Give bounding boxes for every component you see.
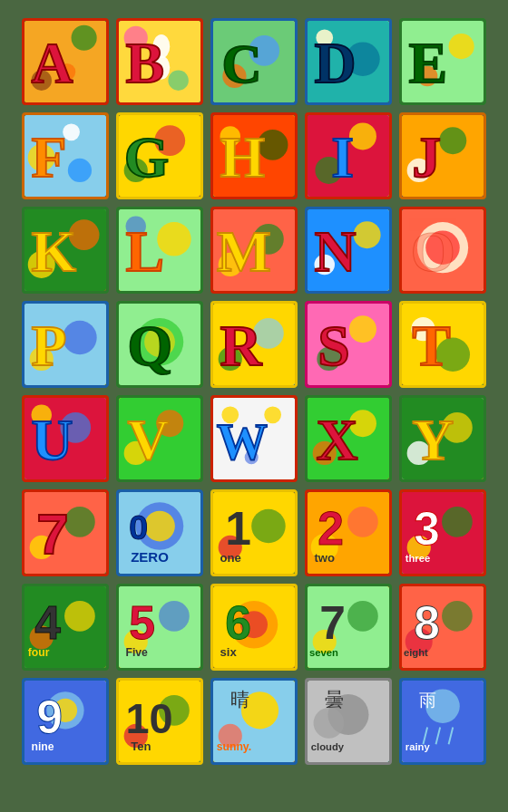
svg-text:seven: seven (309, 647, 338, 658)
svg-text:10: 10 (126, 695, 173, 742)
svg-text:K: K (32, 219, 77, 284)
sticker-3-three[interactable]: 3 three (399, 489, 486, 576)
svg-text:W: W (217, 414, 268, 470)
svg-point-7 (168, 70, 189, 91)
sticker-1-one[interactable]: 1 one (210, 489, 298, 576)
sticker-7-plain[interactable]: 7 (22, 489, 109, 576)
svg-text:0: 0 (129, 508, 148, 546)
svg-text:7: 7 (36, 501, 68, 566)
svg-text:6: 6 (225, 596, 251, 649)
svg-point-135 (159, 601, 190, 632)
svg-point-41 (439, 127, 466, 154)
svg-text:S: S (318, 314, 349, 378)
svg-point-150 (442, 601, 473, 632)
svg-text:six: six (220, 645, 238, 659)
sticker-Y[interactable]: Y (399, 395, 486, 482)
sticker-2-two[interactable]: 2 two (305, 489, 392, 576)
sticker-B[interactable]: B (116, 18, 203, 105)
svg-point-57 (354, 221, 381, 248)
svg-text:M: M (217, 219, 271, 284)
svg-text:sunny.: sunny. (217, 740, 251, 753)
svg-point-20 (449, 34, 474, 59)
svg-text:A: A (32, 31, 73, 95)
svg-text:3: 3 (414, 502, 440, 555)
sticker-X[interactable]: X (305, 395, 392, 482)
svg-text:B: B (126, 31, 165, 95)
svg-point-120 (347, 507, 378, 537)
svg-text:one: one (220, 551, 241, 565)
sticker-5-five[interactable]: 5 Five (116, 584, 203, 671)
svg-text:7: 7 (319, 596, 346, 649)
svg-text:nine: nine (32, 740, 54, 753)
sticker-O[interactable]: O (399, 207, 486, 294)
svg-text:4: 4 (34, 596, 61, 649)
sticker-Q[interactable]: Q (116, 301, 203, 388)
sticker-8-eight[interactable]: 8 eight (399, 584, 486, 671)
svg-text:Ten: Ten (131, 740, 151, 753)
svg-text:E: E (409, 31, 448, 95)
sticker-I[interactable]: I (305, 112, 392, 199)
svg-text:U: U (32, 408, 73, 472)
svg-text:G: G (124, 125, 170, 189)
svg-point-65 (63, 321, 97, 355)
svg-text:N: N (315, 219, 357, 284)
sticker-rainy[interactable]: 雨 rainy (399, 678, 486, 765)
svg-text:I: I (331, 125, 354, 189)
svg-point-130 (64, 601, 95, 632)
sticker-S[interactable]: S (305, 301, 392, 388)
sticker-F[interactable]: F (22, 112, 109, 199)
sticker-9-nine[interactable]: 9 nine (22, 678, 109, 765)
svg-text:O: O (410, 219, 455, 284)
svg-point-125 (442, 507, 473, 537)
sticker-A[interactable]: A (22, 18, 109, 105)
sticker-4-four[interactable]: 4 four (22, 584, 109, 671)
sticker-V[interactable]: V (116, 395, 203, 482)
svg-text:two: two (315, 551, 336, 565)
sticker-0-zero[interactable]: 0 ZERO (116, 489, 203, 576)
svg-point-106 (64, 507, 95, 537)
svg-point-25 (68, 159, 92, 182)
sticker-W[interactable]: W (210, 395, 298, 482)
svg-point-111 (144, 511, 175, 542)
svg-text:H: H (220, 125, 266, 189)
svg-text:three: three (405, 553, 431, 564)
svg-text:T: T (412, 314, 451, 378)
sticker-6-six[interactable]: 6 six (210, 584, 298, 671)
sticker-H[interactable]: H (210, 112, 298, 199)
svg-text:雨: 雨 (419, 691, 436, 710)
svg-text:V: V (127, 408, 169, 472)
sticker-T[interactable]: T (399, 301, 486, 388)
svg-text:X: X (316, 408, 357, 472)
sticker-10-ten[interactable]: 10 Ten (116, 678, 203, 765)
svg-text:four: four (28, 646, 50, 659)
svg-text:F: F (32, 125, 67, 189)
svg-text:C: C (221, 34, 261, 94)
sticker-P[interactable]: P (22, 301, 109, 388)
svg-point-115 (251, 509, 286, 544)
svg-point-145 (347, 601, 378, 632)
svg-text:D: D (315, 31, 357, 95)
sticker-sunny[interactable]: sunny. 晴 (210, 678, 298, 765)
sticker-L[interactable]: L (116, 207, 203, 294)
sticker-D[interactable]: D (305, 18, 392, 105)
svg-text:P: P (32, 314, 67, 378)
sticker-J[interactable]: J (399, 112, 486, 199)
sticker-cloudy[interactable]: 曇 cloudy (305, 678, 392, 765)
sticker-N[interactable]: N (305, 207, 392, 294)
svg-text:J: J (412, 125, 441, 189)
sticker-C[interactable]: C (210, 18, 298, 105)
svg-text:晴: 晴 (230, 690, 249, 710)
sticker-R[interactable]: R (210, 301, 298, 388)
svg-text:rainy: rainy (405, 741, 431, 752)
svg-point-171 (314, 708, 345, 739)
sticker-E[interactable]: E (399, 18, 486, 105)
svg-text:曇: 曇 (325, 690, 344, 710)
sticker-U[interactable]: U (22, 395, 109, 482)
sticker-G[interactable]: G (116, 112, 203, 199)
sticker-7-seven[interactable]: 7 seven (305, 584, 392, 671)
svg-point-1 (72, 25, 97, 51)
sticker-M[interactable]: M (210, 207, 298, 294)
svg-text:Five: Five (126, 646, 149, 659)
svg-text:eight: eight (404, 647, 428, 658)
sticker-K[interactable]: K (22, 207, 109, 294)
